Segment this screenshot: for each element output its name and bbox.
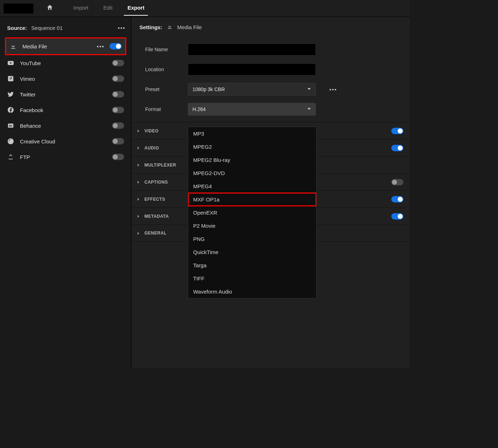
preset-select[interactable]: 1080p 3k CBR [188,83,316,96]
format-label: Format [145,106,181,112]
chevron-right-icon [137,128,140,134]
section-toggle[interactable] [391,196,403,202]
chevron-right-icon [137,196,140,202]
destination-twitter[interactable]: Twitter [4,86,128,102]
chevron-right-icon [137,213,140,219]
destination-toggle[interactable] [112,60,124,66]
location-row: Location [145,59,402,79]
source-row: Source: Sequence 01 ••• [0,20,131,36]
settings-title: Media File [177,24,202,30]
destinations-panel: Source: Sequence 01 ••• Media File•••You… [0,17,132,368]
preset-value: 1080p 3k CBR [192,86,225,92]
section-toggle[interactable] [391,128,403,134]
facebook-icon [6,106,15,114]
destination-creative-cloud[interactable]: Creative Cloud [4,133,128,149]
settings-panel: Settings: Media File File Name Location … [132,17,410,368]
destination-toggle[interactable] [110,43,122,49]
file-name-input[interactable] [188,43,316,56]
destination-toggle[interactable] [112,138,124,144]
ftp-icon [6,153,15,161]
format-option[interactable]: MPEG2-DVD [188,167,316,180]
chevron-down-icon [307,106,311,112]
destination-toggle[interactable] [112,122,124,129]
destination-label: Twitter [20,91,107,97]
settings-header: Settings: Media File [132,17,410,36]
format-option[interactable]: P2 Movie [188,219,316,232]
svg-rect-0 [8,76,14,81]
file-name-label: File Name [145,47,181,52]
section-toggle[interactable] [391,145,403,151]
format-option[interactable]: MPEG4 [188,180,316,193]
svg-text:Bē: Bē [9,124,12,127]
destination-more-icon[interactable]: ••• [97,43,105,49]
source-name: Sequence 01 [31,25,63,31]
cc-icon [6,137,15,146]
destination-youtube[interactable]: YouTube [4,55,128,71]
destination-toggle[interactable] [112,154,124,160]
destination-label: Behance [20,123,107,129]
destination-facebook[interactable]: Facebook [4,102,128,118]
download-icon [9,42,17,51]
top-nav: ImportEditExport [0,0,410,17]
format-option[interactable]: MPEG2 [188,140,316,153]
download-icon [166,23,173,31]
destination-label: Creative Cloud [20,138,107,144]
nav-tab-edit[interactable]: Edit [100,1,116,16]
location-label: Location [145,67,181,72]
twitter-icon [6,90,15,99]
preset-label: Preset [145,86,181,92]
destination-behance[interactable]: BēBehance [4,118,128,133]
behance-icon: Bē [6,121,15,130]
format-dropdown[interactable]: MP3MPEG2MPEG2 Blu-rayMPEG2-DVDMPEG4MXF O… [188,127,317,299]
format-option[interactable]: QuickTime [188,246,316,259]
chevron-down-icon [307,86,311,92]
chevron-right-icon [137,230,140,236]
chevron-right-icon [137,145,140,151]
destination-toggle[interactable] [112,107,124,113]
nav-tab-import[interactable]: Import [70,1,92,16]
app-logo [4,4,33,14]
destination-media-file[interactable]: Media File••• [6,38,125,54]
destination-toggle[interactable] [112,91,124,97]
location-input[interactable] [188,63,316,75]
file-name-row: File Name [145,39,402,59]
nav-tab-export[interactable]: Export [124,1,148,16]
home-button[interactable] [43,0,57,16]
format-option[interactable]: MPEG2 Blu-ray [188,153,316,167]
preset-row: Preset 1080p 3k CBR ••• [145,79,402,99]
vimeo-icon [6,74,15,83]
destination-label: Media File [22,43,92,49]
format-option[interactable]: PNG [188,232,316,246]
format-option[interactable]: Waveform Audio [188,285,316,298]
source-label: Source: [7,25,27,31]
source-more-icon[interactable]: ••• [118,25,126,31]
format-option[interactable]: MP3 [188,127,316,140]
youtube-icon [6,59,15,67]
destination-label: Vimeo [20,76,107,82]
format-option[interactable]: TIFF [188,272,316,285]
destination-vimeo[interactable]: Vimeo [4,71,128,86]
chevron-right-icon [137,162,140,168]
destination-label: FTP [20,154,107,160]
destination-toggle[interactable] [112,75,124,82]
destination-label: YouTube [20,60,107,66]
destination-ftp[interactable]: FTP [4,149,128,165]
settings-label: Settings: [139,24,162,30]
preset-more-icon[interactable]: ••• [329,86,337,93]
format-option[interactable]: Targa [188,259,316,272]
section-toggle[interactable] [391,213,403,220]
format-option[interactable]: MXF OP1a [188,193,316,206]
format-select[interactable]: H.264 [188,103,316,116]
format-row: Format H.264 [145,99,402,119]
destination-label: Facebook [20,107,107,113]
format-value: H.264 [192,106,206,112]
section-toggle[interactable] [391,179,403,185]
chevron-right-icon [137,179,140,185]
format-option[interactable]: OpenEXR [188,206,316,219]
